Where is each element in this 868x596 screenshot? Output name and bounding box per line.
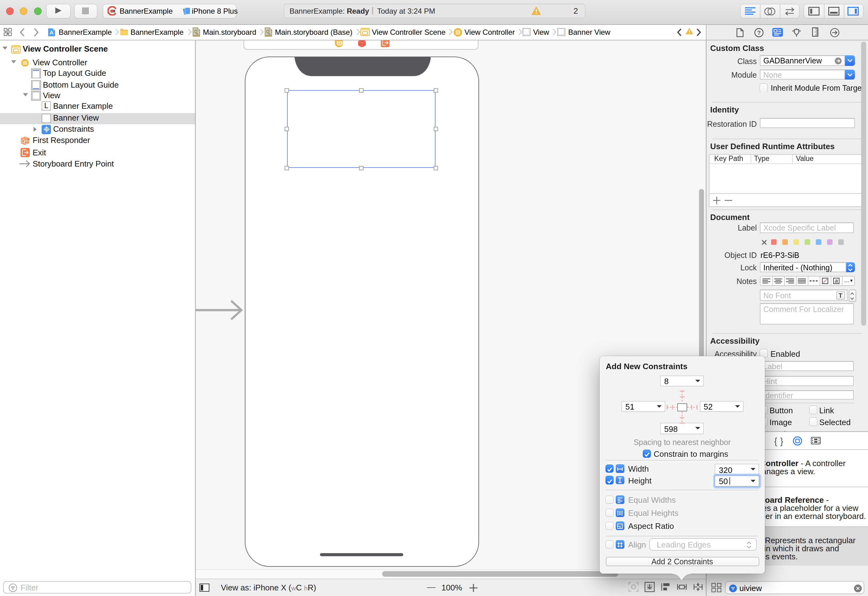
svg-text:?: ? bbox=[757, 29, 761, 36]
svg-text:1: 1 bbox=[26, 139, 28, 145]
